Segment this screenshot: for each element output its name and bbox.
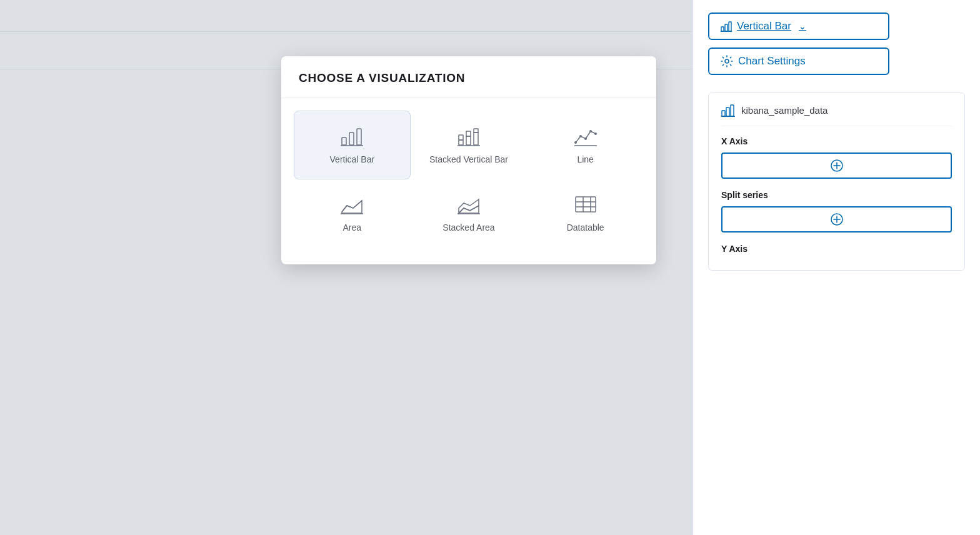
vis-option-stacked-vertical-bar[interactable]: Stacked Vertical Bar — [411, 111, 528, 179]
vis-option-line[interactable]: Line — [527, 111, 644, 179]
vis-label-vertical-bar: Vertical Bar — [330, 154, 375, 165]
svg-point-12 — [579, 135, 582, 138]
data-source-label: kibana_sample_data — [741, 105, 828, 116]
vertical-bar-button[interactable]: Vertical Bar ⌄ — [708, 12, 889, 40]
svg-point-11 — [574, 141, 577, 144]
data-source-bar-icon — [721, 103, 735, 117]
visualization-grid: Vertical Bar Stacked Vertical Bar — [281, 98, 656, 264]
datatable-icon — [573, 193, 598, 216]
top-buttons: Vertical Bar ⌄ Chart Settings — [708, 12, 965, 75]
vertical-bar-icon — [339, 125, 364, 148]
stacked-vertical-bar-icon — [456, 125, 481, 148]
svg-rect-1 — [349, 132, 354, 145]
vis-label-line: Line — [577, 154, 593, 165]
split-series-add-button[interactable] — [721, 206, 952, 232]
svg-rect-8 — [474, 132, 478, 145]
svg-point-15 — [594, 132, 597, 135]
svg-marker-17 — [342, 201, 362, 213]
vis-option-stacked-area[interactable]: Stacked Area — [411, 179, 528, 247]
svg-marker-20 — [459, 199, 479, 213]
modal-title: CHOOSE A VISUALIZATION — [299, 71, 465, 84]
choose-visualization-modal: CHOOSE A VISUALIZATION Vertical Bar — [281, 56, 656, 264]
svg-marker-19 — [459, 206, 479, 213]
line-icon — [573, 125, 598, 148]
chart-settings-button-label: Chart Settings — [738, 55, 806, 68]
x-axis-label: X Axis — [721, 136, 952, 146]
x-axis-add-button[interactable] — [721, 152, 952, 179]
data-source-panel: kibana_sample_data X Axis Split series — [708, 92, 965, 271]
data-source-row: kibana_sample_data — [721, 103, 952, 126]
svg-rect-33 — [726, 108, 729, 116]
vis-label-stacked-area: Stacked Area — [442, 222, 494, 233]
y-axis-label: Y Axis — [721, 244, 952, 254]
vis-option-area[interactable]: Area — [294, 179, 411, 247]
svg-rect-4 — [459, 140, 463, 145]
vertical-bar-button-icon — [721, 21, 732, 32]
svg-rect-7 — [466, 131, 471, 136]
vis-label-datatable: Datatable — [567, 222, 604, 233]
vertical-bar-button-label: Vertical Bar — [737, 20, 791, 32]
svg-rect-34 — [731, 105, 734, 116]
vis-option-datatable[interactable]: Datatable — [527, 179, 644, 247]
gear-icon — [721, 55, 733, 68]
split-series-label: Split series — [721, 190, 952, 200]
x-axis-section: X Axis — [721, 136, 952, 179]
svg-rect-2 — [357, 129, 361, 145]
svg-rect-9 — [474, 129, 478, 132]
vis-label-stacked-vertical-bar: Stacked Vertical Bar — [429, 154, 508, 165]
svg-point-13 — [584, 138, 587, 140]
plus-icon-split — [831, 213, 843, 226]
svg-rect-0 — [342, 138, 346, 145]
svg-rect-28 — [725, 24, 728, 31]
chart-settings-button[interactable]: Chart Settings — [708, 48, 889, 75]
svg-rect-22 — [576, 197, 596, 212]
plus-icon-x — [831, 159, 843, 172]
svg-point-14 — [589, 130, 592, 132]
svg-rect-5 — [459, 135, 463, 140]
vis-option-vertical-bar[interactable]: Vertical Bar — [294, 111, 411, 179]
vis-label-area: Area — [343, 222, 362, 233]
svg-point-31 — [725, 59, 729, 63]
area-icon — [339, 193, 364, 216]
svg-rect-27 — [721, 27, 724, 31]
split-series-section: Split series — [721, 190, 952, 232]
stacked-area-icon — [456, 193, 481, 216]
svg-rect-6 — [466, 136, 471, 145]
svg-rect-29 — [729, 22, 731, 31]
chevron-down-icon: ⌄ — [799, 21, 806, 31]
modal-header: CHOOSE A VISUALIZATION — [281, 56, 656, 98]
right-panel: Vertical Bar ⌄ Chart Settings kibana_sam… — [692, 0, 980, 535]
y-axis-section: Y Axis — [721, 244, 952, 254]
svg-rect-32 — [722, 111, 725, 116]
